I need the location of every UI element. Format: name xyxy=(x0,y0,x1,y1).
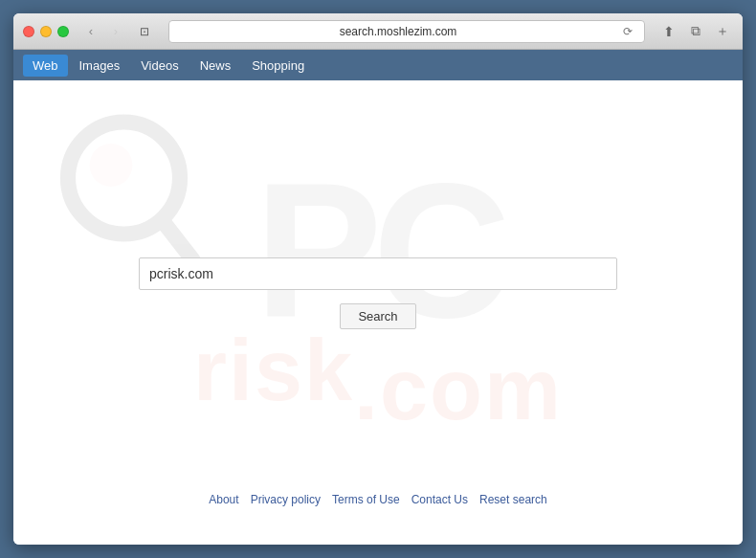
address-bar[interactable] xyxy=(177,25,619,38)
maximize-button[interactable] xyxy=(57,26,69,37)
search-area: Search xyxy=(139,257,617,329)
nav-tab-videos[interactable]: Videos xyxy=(131,55,189,77)
nav-tab-web[interactable]: Web xyxy=(23,55,68,77)
svg-line-2 xyxy=(163,221,193,260)
address-bar-wrap[interactable]: ⟳ xyxy=(168,20,645,43)
nav-tab-images[interactable]: Images xyxy=(70,55,130,77)
search-button[interactable]: Search xyxy=(340,303,415,329)
reload-button[interactable]: ⟳ xyxy=(619,25,636,38)
magnifier-icon xyxy=(52,109,205,281)
page-icon-button[interactable]: ⊡ xyxy=(134,21,155,42)
svg-point-0 xyxy=(68,123,180,234)
close-button[interactable] xyxy=(23,26,34,37)
back-button[interactable]: ‹ xyxy=(80,21,101,42)
watermark-com-text: .com xyxy=(354,346,563,433)
contact-link[interactable]: Contact Us xyxy=(411,493,468,506)
nav-buttons: ‹ › xyxy=(80,21,126,42)
share-button[interactable]: ⬆ xyxy=(658,21,679,42)
tabs-button[interactable]: ⧉ xyxy=(685,21,706,42)
footer-links: About Privacy policy Terms of Use Contac… xyxy=(209,493,546,506)
title-bar: ‹ › ⊡ ⟳ ⬆ ⧉ ＋ xyxy=(13,13,743,50)
terms-link[interactable]: Terms of Use xyxy=(332,493,400,506)
nav-tab-shopping[interactable]: Shopping xyxy=(242,55,314,77)
privacy-link[interactable]: Privacy policy xyxy=(251,493,321,506)
page-content: PC risk .com Search About Privacy policy… xyxy=(13,80,743,545)
browser-window: ‹ › ⊡ ⟳ ⬆ ⧉ ＋ Web Images Videos News Sho… xyxy=(13,13,743,545)
svg-point-1 xyxy=(90,144,133,187)
nav-bar: Web Images Videos News Shopping xyxy=(13,50,743,80)
forward-button[interactable]: › xyxy=(105,21,126,42)
search-input-wrap xyxy=(139,257,617,290)
about-link[interactable]: About xyxy=(209,493,238,506)
minimize-button[interactable] xyxy=(40,26,52,37)
toolbar-icons: ⬆ ⧉ ＋ xyxy=(658,21,733,42)
nav-tab-news[interactable]: News xyxy=(190,55,241,77)
new-tab-button[interactable]: ＋ xyxy=(712,21,733,42)
search-input[interactable] xyxy=(139,257,617,290)
traffic-lights xyxy=(23,26,69,37)
watermark-risk-text: risk xyxy=(193,327,354,433)
reset-link[interactable]: Reset search xyxy=(479,493,547,506)
